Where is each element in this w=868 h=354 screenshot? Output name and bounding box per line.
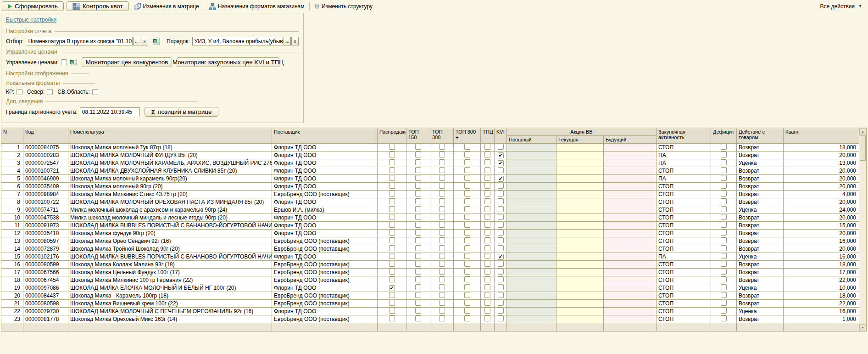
- cell-rasp[interactable]: ✔: [378, 284, 406, 292]
- rasp-checkbox[interactable]: [389, 315, 395, 321]
- top300p-checkbox[interactable]: [464, 315, 470, 321]
- top300-checkbox[interactable]: [439, 253, 445, 259]
- top300-checkbox[interactable]: [439, 308, 445, 314]
- sever-checkbox[interactable]: [47, 89, 53, 95]
- cell-action[interactable]: Возврат: [737, 315, 784, 323]
- cell-zakup[interactable]: СТОП: [657, 308, 711, 315]
- kvi-checkbox[interactable]: [498, 315, 504, 321]
- table-row[interactable]: 1400000072879Шоколад Милка Тройной Шокол…: [1, 245, 859, 253]
- deficit-checkbox[interactable]: [721, 144, 727, 150]
- cell-kvi[interactable]: [495, 198, 507, 206]
- cell-supplier[interactable]: Флорин ТД ООО: [272, 214, 378, 222]
- top300-checkbox[interactable]: [439, 300, 445, 306]
- cell-name[interactable]: ШОКОЛАД МИЛКА ДВУХСЛОЙНАЯ КЛУБНИКА-СЛИВК…: [68, 167, 272, 175]
- excel-icon[interactable]: X: [153, 38, 160, 45]
- change-structure-button[interactable]: ⚙ Изменить структуру: [312, 1, 375, 11]
- cell-code[interactable]: 00000079730: [23, 308, 68, 315]
- cell-n[interactable]: 13: [1, 237, 23, 245]
- cell-tpc[interactable]: [481, 230, 495, 237]
- top150-checkbox[interactable]: [415, 230, 421, 236]
- top300p-checkbox[interactable]: [464, 300, 470, 306]
- cell-code[interactable]: 00000046909: [23, 175, 68, 183]
- kvi-checkbox[interactable]: [498, 222, 504, 228]
- cell-cur[interactable]: [556, 183, 604, 191]
- kvi-checkbox[interactable]: [498, 183, 504, 189]
- cell-kvant[interactable]: 16,000: [784, 253, 859, 261]
- generate-button[interactable]: Сформировать: [2, 1, 64, 11]
- deficit-checkbox[interactable]: [721, 214, 727, 220]
- cell-action[interactable]: Уценка: [737, 308, 784, 315]
- cell-top300p[interactable]: [454, 269, 481, 276]
- cell-top150[interactable]: [406, 159, 430, 167]
- deficit-checkbox[interactable]: [721, 245, 727, 251]
- cell-top300[interactable]: [430, 284, 454, 292]
- kvi-checkbox[interactable]: [498, 206, 504, 212]
- table-row[interactable]: 2000000084437Шоколад Милка - Карамель 10…: [1, 292, 859, 300]
- top300p-checkbox[interactable]: [464, 214, 470, 220]
- cell-name[interactable]: Шоколад Милка - Карамель 100гр (18): [68, 292, 272, 300]
- cell-action[interactable]: Возврат: [737, 214, 784, 222]
- cell-tpc[interactable]: [481, 175, 495, 183]
- top150-checkbox[interactable]: [415, 175, 421, 181]
- cell-kvant[interactable]: 10,000: [784, 284, 859, 292]
- cell-rasp[interactable]: [378, 308, 406, 315]
- cell-top150[interactable]: [406, 269, 430, 276]
- cell-zakup[interactable]: СТОП: [657, 284, 711, 292]
- cell-name[interactable]: Шоколад Милка Вишневый крем 100г (22): [68, 300, 272, 308]
- deficit-checkbox[interactable]: [721, 300, 727, 306]
- top300p-checkbox[interactable]: [464, 237, 470, 243]
- cell-supplier[interactable]: Флорин ТД ООО: [272, 198, 378, 206]
- cell-action[interactable]: Возврат: [737, 230, 784, 237]
- cell-code[interactable]: 00000097086: [23, 284, 68, 292]
- cell-top300p[interactable]: [454, 253, 481, 261]
- cell-name[interactable]: ШОКОЛАД МИЛКА ЕЛОЧКА МОЛОЧНЫЙ И БЕЛЫЙ НГ…: [68, 284, 272, 292]
- cell-top300p[interactable]: [454, 300, 481, 308]
- cell-top300[interactable]: [430, 237, 454, 245]
- cell-kvant[interactable]: 20,000: [784, 198, 859, 206]
- tpc-checkbox[interactable]: [484, 315, 490, 321]
- cell-top300[interactable]: [430, 191, 454, 198]
- top300p-checkbox[interactable]: [464, 183, 470, 189]
- cell-tpc[interactable]: [481, 214, 495, 222]
- cell-deficit[interactable]: [711, 245, 737, 253]
- top300-checkbox[interactable]: [439, 237, 445, 243]
- table-row[interactable]: 200000100283ШОКОЛАД МИЛКА МОЛОЧНЫЙ ФУНДУ…: [1, 152, 859, 159]
- cell-zakup[interactable]: СТОП: [657, 144, 711, 152]
- top300-checkbox[interactable]: [439, 261, 445, 267]
- rasp-checkbox[interactable]: [389, 237, 395, 243]
- cell-name[interactable]: ШОКОЛАД МИЛКА МОЛОЧНЫЙ С ПЕЧЕНЬЕМ ОРЕО/В…: [68, 308, 272, 315]
- cell-zakup[interactable]: ПА: [657, 253, 711, 261]
- cell-top300[interactable]: [430, 206, 454, 214]
- cell-supplier[interactable]: Флорин ТД ООО: [272, 230, 378, 237]
- cell-supplier[interactable]: ЕвроБренд ООО (поставщик): [272, 237, 378, 245]
- cell-n[interactable]: 15: [1, 253, 23, 261]
- cell-kvi[interactable]: ✔: [495, 152, 507, 159]
- top300p-checkbox[interactable]: [464, 245, 470, 251]
- cell-name[interactable]: ШОКОЛАД МИЛКА BUBBLES ПОРИСТЫЙ С БАНАНОВ…: [68, 253, 272, 261]
- cell-code[interactable]: 00000067454: [23, 276, 68, 284]
- rasp-checkbox[interactable]: [389, 159, 395, 165]
- cell-cur[interactable]: [556, 230, 604, 237]
- cell-fut[interactable]: [604, 206, 657, 214]
- cell-deficit[interactable]: [711, 261, 737, 269]
- cell-top300p[interactable]: [454, 167, 481, 175]
- cell-kvi[interactable]: [495, 237, 507, 245]
- cell-top300p[interactable]: [454, 237, 481, 245]
- tpc-checkbox[interactable]: [484, 183, 490, 189]
- top150-checkbox[interactable]: [415, 308, 421, 314]
- top300-checkbox[interactable]: [439, 245, 445, 251]
- rasp-checkbox[interactable]: [389, 261, 395, 267]
- cell-code[interactable]: 00000100721: [23, 167, 68, 175]
- cell-zakup[interactable]: СТОП: [657, 276, 711, 284]
- cell-rasp[interactable]: [378, 292, 406, 300]
- table-row[interactable]: 700000098984Шоколад Милка Милкинис Стикс…: [1, 191, 859, 198]
- otbor-clear-button[interactable]: x: [141, 37, 148, 45]
- table-row[interactable]: 500000046909Шоколад Милка молочный карам…: [1, 175, 859, 183]
- poryadok-input[interactable]: УИЗ, У и4, Валовая прибыль(убыв.): [192, 37, 284, 45]
- cell-top150[interactable]: [406, 152, 430, 159]
- cell-deficit[interactable]: [711, 222, 737, 230]
- table-row[interactable]: 1000000047538Милка шоколад молочный минд…: [1, 214, 859, 222]
- kvi-checkbox[interactable]: [498, 198, 504, 204]
- deficit-checkbox[interactable]: [721, 222, 727, 228]
- cell-zakup[interactable]: СТОП: [657, 292, 711, 300]
